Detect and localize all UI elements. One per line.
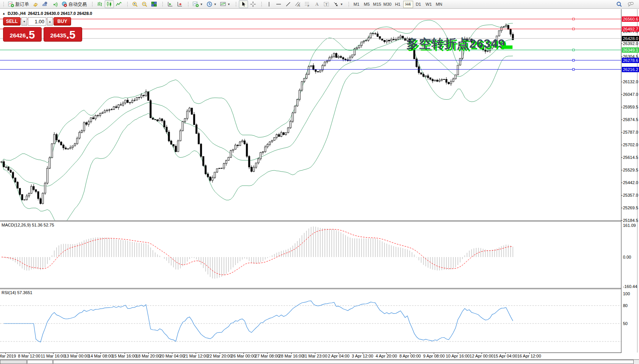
price-tick-mark [621,132,623,133]
arrows-button[interactable]: ▼ [331,0,345,8]
chart-symbol-period: DJ30-,H4 [8,11,26,16]
price-tick-label: 25184.5 [623,218,638,223]
candlestick-chart-button[interactable] [105,0,114,8]
rsi-name: RSI(14) [2,290,16,295]
price-scale[interactable]: 26477.026392.026304.526132.026047.025959… [621,9,639,353]
hline-handle-26216.2[interactable] [573,68,574,70]
timeframe-m30[interactable]: M30 [383,1,392,8]
autotrading-label: 自动交易 [68,1,87,8]
history-center-button[interactable] [31,0,40,8]
pane-separator-rsi[interactable] [0,288,621,289]
chat-button[interactable] [626,0,635,8]
book-icon [32,1,39,7]
time-scale[interactable]: 7 Mar 20198 Mar 12:0011 Mar 16:0013 Mar … [0,354,621,359]
sell-price-button[interactable]: 26426 .5 [3,27,42,42]
time-tick-label: 4 Apr 20:00 [376,354,397,358]
macd-pane-surface[interactable] [0,222,621,289]
time-tick-label: 31 Mar 23:00 [302,354,327,358]
autotrading-button[interactable]: 自动交易 [60,0,88,8]
trendline-button[interactable] [284,0,293,8]
pane-separator-macd[interactable] [0,220,621,222]
auto-scroll-button[interactable] [175,0,184,8]
scrollbar-segment-1[interactable] [0,360,27,364]
new-chart-button[interactable]: ▼ [191,0,204,8]
clock-icon [206,1,212,7]
price-tick-mark [621,208,623,208]
toolbar-group-cursor [234,0,259,8]
template-icon [220,1,226,7]
fibonacci-button[interactable]: F [303,0,312,8]
buy-price-button[interactable]: 26435 .5 [44,27,82,42]
macd-scale-label: 0.00 [623,255,631,259]
price-tick-mark [621,120,623,120]
one-click-trading-panel: SELL ▼ ▲ BUY 26426 .5 26435 .5 [3,17,84,42]
time-tick-label: 3 Apr 12:00 [352,354,373,358]
signals-button[interactable] [50,0,59,8]
timeframe-m15[interactable]: M15 [372,1,382,8]
scrollbar-segment-3[interactable] [53,360,634,364]
templates-caret: ▼ [227,3,230,6]
sell-button[interactable]: SELL [3,17,21,26]
price-chart-surface[interactable] [0,9,621,222]
timeframe-mn[interactable]: MN [434,1,444,8]
timeframe-h1[interactable]: H1 [393,1,403,8]
thick-green-trendline[interactable] [502,45,512,49]
line-chart-button[interactable] [114,0,123,8]
new-order-button[interactable]: 新订单 [6,0,31,8]
chat-icon [628,1,634,7]
hline-handle-26349.1[interactable] [573,49,574,51]
chart-shift-button[interactable] [165,0,175,8]
volume-input[interactable] [28,17,46,26]
timeframe-h4[interactable]: H4 [403,1,413,8]
channel-button[interactable]: E [293,0,302,8]
arrow-objects-icon [333,1,339,7]
horizontal-line-button[interactable] [274,0,283,8]
volume-increase-button[interactable]: ▲ [47,17,53,26]
hline-handle-26560.6[interactable] [573,18,574,20]
templates-button[interactable]: ▼ [219,0,232,8]
toolbar-group-drawings: E F A T ▼ [259,0,346,8]
bar-chart-button[interactable] [95,0,104,8]
price-tick-mark [621,220,623,221]
volume-decrease-button[interactable]: ▼ [21,17,27,26]
timeframe-m1[interactable]: M1 [352,1,362,8]
zoom-out-button[interactable] [140,0,149,8]
periods-button[interactable]: ▼ [205,0,218,8]
tile-windows-button[interactable] [149,0,159,8]
hline-handle-26278.6[interactable] [573,59,574,61]
time-tick-label: 8 Mar 12:00 [18,354,41,358]
signal-icon [52,1,58,7]
crosshair-button[interactable] [248,0,258,8]
scrollbar-segment-2[interactable] [27,360,53,364]
macd-label: MACD(12,26,9) 51.36 52.75 [2,223,54,227]
buy-button[interactable]: BUY [54,17,71,26]
buy-price-main: 26435 [50,31,66,40]
price-tick-mark [621,82,623,82]
search-button[interactable] [615,0,624,8]
collapse-triangle-icon[interactable]: ▲ [2,12,5,15]
vertical-line-button[interactable] [264,0,274,8]
timeframe-m5[interactable]: M5 [362,1,372,8]
timeframe-w1[interactable]: W1 [424,1,434,8]
text-label-button[interactable]: T [322,0,331,8]
time-tick-label: 26 Mar 00:00 [231,354,256,358]
bollinger-middle-band [2,39,513,186]
svg-text:T: T [325,3,328,6]
chart-text-annotation[interactable]: 多空转折点26349 [406,36,505,52]
svg-text:A: A [315,2,319,7]
cursor-icon [240,1,247,7]
cursor-button[interactable] [239,0,248,8]
new-chart-icon [193,1,199,7]
hline-handle-26492.7[interactable] [573,28,574,30]
timeframe-d1[interactable]: D1 [414,1,423,8]
text-button[interactable]: A [312,0,321,8]
crosshair-icon [250,1,256,7]
price-badge-26278.6: 26278.6 [622,58,639,63]
line-chart-icon [116,1,122,7]
price-badge-26492.7: 26492.7 [622,26,639,32]
community-button[interactable] [41,0,50,8]
rsi-pane-surface[interactable] [0,290,621,353]
zoom-in-button[interactable] [130,0,139,8]
time-tick-label: 2 Apr 04:00 [328,354,349,358]
time-tick-label: 13 Mar 00:00 [64,354,89,358]
